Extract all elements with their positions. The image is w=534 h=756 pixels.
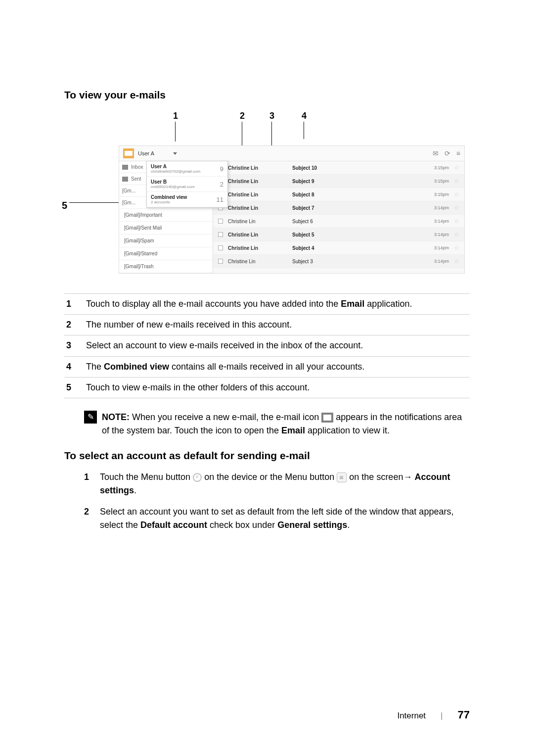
message-sender: Christine Lin (228, 259, 287, 264)
device-menu-button-icon (193, 473, 202, 482)
message-row[interactable]: Christine Lin Subject 3 3:14pm ☆ (213, 255, 464, 268)
legend-text: The Combined view contains all e-mails r… (86, 361, 468, 373)
legend-num: 4 (66, 361, 86, 373)
message-sender: Christine Lin (228, 245, 287, 251)
star-icon[interactable]: ☆ (454, 218, 459, 225)
message-row[interactable]: Christine Lin Subject 6 3:14pm ☆ (213, 215, 464, 228)
message-time: 3:14pm (434, 245, 449, 250)
account-name: User B (151, 179, 195, 185)
callout-3: 3 (269, 111, 274, 121)
step-num: 1 (84, 471, 94, 497)
titlebar: User A ✉ ⟳ ≡ (119, 146, 464, 161)
account-email: cmt0502140@gmail.com (151, 185, 195, 189)
message-subject: Subject 10 (292, 165, 429, 171)
message-row[interactable]: Christine Lin Subject 9 3:15pm ☆ (213, 175, 464, 188)
note-icon: ✎ (84, 411, 97, 424)
message-subject: Subject 6 (292, 219, 429, 224)
message-subject: Subject 7 (292, 205, 429, 211)
account-dropdown: User A christinelin0702@gmail.com 9 User… (146, 161, 228, 208)
refresh-icon[interactable]: ⟳ (445, 149, 450, 157)
star-icon[interactable]: ☆ (454, 178, 459, 185)
legend-row: 3 Select an account to view e-mails rece… (64, 335, 470, 356)
folder-item[interactable]: [Gmail]/Spam (119, 235, 213, 247)
steps-list: 1 Touch the Menu button on the device or… (84, 471, 470, 532)
message-row[interactable]: Christine Lin Subject 5 3:14pm ☆ (213, 228, 464, 241)
callout-1: 1 (173, 111, 178, 121)
legend-text: The number of new e-mails received in th… (86, 319, 468, 331)
message-row[interactable]: Christine Lin Subject 7 3:14pm ☆ (213, 201, 464, 215)
account-item[interactable]: User B cmt0502140@gmail.com 2 (147, 177, 227, 192)
folder-item[interactable]: [Gmail]/Important (119, 209, 213, 222)
email-app-screenshot: User A ✉ ⟳ ≡ User A christinelin0702@gma… (119, 145, 465, 274)
legend-row: 2 The number of new e-mails received in … (64, 315, 470, 335)
message-time: 3:15pm (434, 179, 449, 184)
message-time: 3:14pm (434, 232, 449, 237)
star-icon[interactable]: ☆ (454, 191, 459, 198)
note-text: NOTE: When you receive a new e-mail, the… (102, 411, 470, 437)
message-subject: Subject 9 (292, 179, 429, 184)
message-row[interactable]: Christine Lin Subject 8 3:15pm ☆ (213, 188, 464, 201)
message-time: 3:14pm (434, 259, 449, 264)
legend-text: Select an account to view e-mails receiv… (86, 339, 468, 352)
legend-table: 1 Touch to display all the e-mail accoun… (64, 293, 470, 398)
message-row[interactable]: Christine Lin Subject 4 3:14pm ☆ (213, 241, 464, 255)
message-row[interactable]: Christine Lin Subject 10 3:15pm ☆ (213, 161, 464, 175)
callout-2: 2 (240, 111, 245, 121)
legend-text: Touch to view e-mails in the other folde… (86, 381, 468, 394)
message-sender: Christine Lin (228, 165, 287, 171)
star-icon[interactable]: ☆ (454, 204, 459, 211)
message-sender: Christine Lin (228, 205, 287, 211)
legend-row: 5 Touch to view e-mails in the other fol… (64, 378, 470, 398)
message-subject: Subject 8 (292, 192, 429, 197)
star-icon[interactable]: ☆ (454, 164, 459, 171)
inbox-label: Inbox (131, 164, 143, 170)
email-notification-icon (321, 413, 333, 423)
combined-view-item[interactable]: Combined view 2 accounts 11 (147, 192, 227, 207)
account-dropdown-title[interactable]: User A (138, 150, 154, 156)
note-block: ✎ NOTE: When you receive a new e-mail, t… (84, 411, 470, 437)
checkbox-icon[interactable] (218, 219, 223, 224)
folder-item[interactable]: [Gmail]/Trash (119, 260, 213, 273)
step: 2 Select an account you want to set as d… (84, 505, 470, 532)
message-sender: Christine Lin (228, 179, 287, 184)
screen-menu-button-icon (337, 472, 347, 482)
chevron-down-icon[interactable] (173, 152, 177, 155)
page-footer: Internet | 77 (397, 709, 470, 721)
compose-icon[interactable]: ✉ (433, 149, 439, 157)
legend-num: 1 (66, 298, 86, 310)
sent-icon (122, 177, 128, 182)
step-text: Select an account you want to set as def… (100, 505, 470, 532)
footer-separator: | (441, 711, 443, 721)
callout-4: 4 (302, 111, 307, 121)
checkbox-icon[interactable] (218, 232, 223, 237)
callout-5: 5 (62, 200, 67, 211)
inbox-icon (122, 165, 128, 170)
step-num: 2 (84, 505, 94, 532)
figure-container: 1 2 3 4 5 User A ✉ ⟳ ≡ User A (119, 111, 475, 274)
message-sender: Christine Lin (228, 219, 287, 224)
star-icon[interactable]: ☆ (454, 231, 459, 238)
footer-section: Internet (397, 711, 426, 721)
account-count: 9 (220, 165, 223, 173)
message-subject: Subject 3 (292, 259, 429, 264)
checkbox-icon[interactable] (218, 259, 223, 264)
account-item[interactable]: User A christinelin0702@gmail.com 9 (147, 161, 227, 177)
menu-icon[interactable]: ≡ (456, 149, 460, 157)
legend-num: 5 (66, 381, 86, 394)
account-name: User A (151, 164, 200, 169)
message-time: 3:15pm (434, 165, 449, 170)
legend-row: 4 The Combined view contains all e-mails… (64, 357, 470, 378)
folder-item[interactable]: [Gmail]/Starred (119, 247, 213, 260)
star-icon[interactable]: ☆ (454, 244, 459, 251)
message-list: Christine Lin Subject 10 3:15pm ☆ Christ… (213, 161, 464, 273)
message-subject: Subject 4 (292, 245, 429, 251)
legend-text: Touch to display all the e-mail accounts… (86, 298, 468, 310)
combined-view-sub: 2 accounts (151, 200, 187, 204)
account-count: 2 (220, 181, 223, 188)
email-app-icon[interactable] (123, 148, 134, 158)
checkbox-icon[interactable] (218, 245, 223, 250)
message-time: 3:15pm (434, 192, 449, 197)
star-icon[interactable]: ☆ (454, 258, 459, 265)
combined-count: 11 (217, 196, 223, 203)
folder-item[interactable]: [Gmail]/Sent Mail (119, 222, 213, 235)
